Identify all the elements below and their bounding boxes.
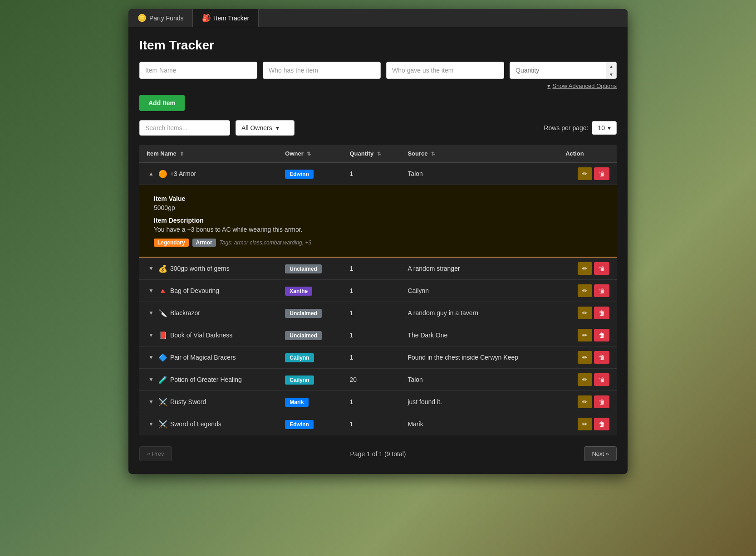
expand-button[interactable]: ▼ <box>147 420 156 428</box>
table-row: ▼ ⚔️ Rusty Sword Marik 1 just found it. … <box>139 391 617 413</box>
quantity-down[interactable]: ▼ <box>606 70 616 78</box>
expand-button[interactable]: ▼ <box>147 398 156 406</box>
item-icon: 🧪 <box>158 376 167 384</box>
item-action-cell: ✏ 🗑 <box>558 413 617 435</box>
edit-button[interactable]: ✏ <box>578 329 592 341</box>
prev-button[interactable]: « Prev <box>139 446 172 461</box>
tag-text: Tags: armor class,combat,warding, +3 <box>219 239 311 246</box>
item-action-cell: ✏ 🗑 <box>558 324 617 346</box>
edit-button[interactable]: ✏ <box>578 395 592 408</box>
item-quantity-cell: 20 <box>342 369 400 391</box>
item-icon: 💰 <box>158 264 167 273</box>
expand-button[interactable]: ▼ <box>147 309 156 317</box>
col-source[interactable]: Source ⇅ <box>400 145 558 163</box>
delete-button[interactable]: 🗑 <box>594 284 609 297</box>
delete-button[interactable]: 🗑 <box>594 329 609 341</box>
expand-button[interactable]: ▼ <box>147 376 156 384</box>
table-row: ▼ 📕 Book of Vial Darkness Unclaimed 1 Th… <box>139 324 617 346</box>
quantity-up[interactable]: ▲ <box>606 62 616 70</box>
item-action-cell: ✏ 🗑 <box>558 257 617 280</box>
col-quantity[interactable]: Quantity ⇅ <box>342 145 400 163</box>
tab-bar: 🪙 Party Funds 🎒 Item Tracker <box>128 9 628 27</box>
item-name-cell: ▼ 🔷 Pair of Magical Bracers <box>139 346 278 369</box>
item-quantity-cell: 1 <box>342 324 400 346</box>
edit-button[interactable]: ✏ <box>578 262 592 275</box>
edit-button[interactable]: ✏ <box>578 373 592 386</box>
item-source-cell: A random stranger <box>400 257 558 280</box>
item-icon: ⚔️ <box>158 420 167 429</box>
owner-badge: Edwinn <box>285 170 314 179</box>
edit-button[interactable]: ✏ <box>578 307 592 319</box>
rows-per-page-control: Rows per page: 10 ▾ <box>544 121 617 135</box>
item-name: Book of Vial Darkness <box>170 332 232 339</box>
item-source-cell: A random guy in a tavern <box>400 302 558 324</box>
expand-button[interactable]: ▼ <box>147 353 156 361</box>
delete-button[interactable]: 🗑 <box>594 351 609 364</box>
expand-button[interactable]: ▼ <box>147 264 156 273</box>
edit-button[interactable]: ✏ <box>578 167 592 180</box>
main-content: Item Tracker ▲ ▼ ▾ Show Advanced Options… <box>128 27 628 474</box>
expanded-detail-row: Item Value 5000gp Item Description You h… <box>139 185 617 258</box>
item-action-cell: ✏ 🗑 <box>558 369 617 391</box>
who-gave-input[interactable] <box>386 62 504 79</box>
tab-item-tracker[interactable]: 🎒 Item Tracker <box>193 9 259 27</box>
col-item-name-label: Item Name <box>147 150 177 157</box>
item-quantity-cell: 1 <box>342 413 400 435</box>
expand-button[interactable]: ▼ <box>147 287 156 295</box>
who-has-input[interactable] <box>263 62 381 79</box>
owner-badge: Marik <box>285 398 308 407</box>
item-name: Pair of Magical Bracers <box>170 354 236 361</box>
tab-party-funds[interactable]: 🪙 Party Funds <box>128 9 193 27</box>
sort-icon-qty: ⇅ <box>377 151 381 156</box>
detail-panel: Item Value 5000gp Item Description You h… <box>147 190 609 252</box>
delete-button[interactable]: 🗑 <box>594 262 609 275</box>
advanced-options-link[interactable]: ▾ Show Advanced Options <box>547 83 617 89</box>
add-item-button[interactable]: Add Item <box>139 95 185 111</box>
item-name-cell: ▼ 💰 300gp worth of gems <box>139 257 278 280</box>
expand-button[interactable]: ▼ <box>147 331 156 339</box>
delete-button[interactable]: 🗑 <box>594 395 609 408</box>
page-info: Page 1 of 1 (9 total) <box>350 450 406 458</box>
item-name: Sword of Legends <box>170 420 221 428</box>
rows-per-page-value: 10 <box>598 124 605 132</box>
expand-button[interactable]: ▲ <box>147 170 156 178</box>
quantity-input[interactable]: ▲ ▼ <box>510 62 617 79</box>
col-owner[interactable]: Owner ⇅ <box>278 145 342 163</box>
table-row: ▼ 💰 300gp worth of gems Unclaimed 1 A ra… <box>139 257 617 280</box>
item-icon: 🔺 <box>158 287 167 295</box>
party-funds-icon: 🪙 <box>137 14 147 22</box>
items-table: Item Name ⬆ Owner ⇅ Quantity ⇅ Source ⇅ <box>139 145 617 435</box>
search-input[interactable] <box>139 120 230 136</box>
delete-button[interactable]: 🗑 <box>594 373 609 386</box>
item-source-cell: just found it. <box>400 391 558 413</box>
chevron-down-icon: ▾ <box>547 83 550 89</box>
owner-filter-select[interactable]: All Owners ▾ <box>236 120 295 136</box>
app-window: 🪙 Party Funds 🎒 Item Tracker Item Tracke… <box>128 9 628 474</box>
edit-button[interactable]: ✏ <box>578 351 592 364</box>
table-row: ▼ 🔺 Bag of Devouring Xanthe 1 Cailynn ✏ … <box>139 280 617 302</box>
item-owner-cell: Unclaimed <box>278 324 342 346</box>
col-item-name[interactable]: Item Name ⬆ <box>139 145 278 163</box>
quantity-field[interactable] <box>510 62 606 78</box>
item-name-input[interactable] <box>139 62 257 79</box>
edit-button[interactable]: ✏ <box>578 418 592 430</box>
item-icon: 🔷 <box>158 353 167 362</box>
edit-button[interactable]: ✏ <box>578 284 592 297</box>
item-action-cell: ✏ 🗑 <box>558 302 617 324</box>
item-icon: ⚔️ <box>158 398 167 406</box>
item-owner-cell: Unclaimed <box>278 257 342 280</box>
next-button[interactable]: Next » <box>584 446 617 461</box>
delete-button[interactable]: 🗑 <box>594 307 609 319</box>
item-owner-cell: Edwinn <box>278 163 342 185</box>
rows-per-page-select[interactable]: 10 ▾ <box>592 121 617 135</box>
col-action-label: Action <box>565 150 584 157</box>
item-owner-cell: Edwinn <box>278 413 342 435</box>
delete-button[interactable]: 🗑 <box>594 418 609 430</box>
item-name-cell: ▲ 🟠 +3 Armor <box>139 163 278 185</box>
detail-cell: Item Value 5000gp Item Description You h… <box>139 185 617 258</box>
item-name: Potion of Greater Healing <box>170 376 242 383</box>
delete-button[interactable]: 🗑 <box>594 167 609 180</box>
chevron-down-icon: ▾ <box>276 124 279 132</box>
item-icon: 🟠 <box>158 170 167 178</box>
item-name-cell: ▼ ⚔️ Rusty Sword <box>139 391 278 413</box>
